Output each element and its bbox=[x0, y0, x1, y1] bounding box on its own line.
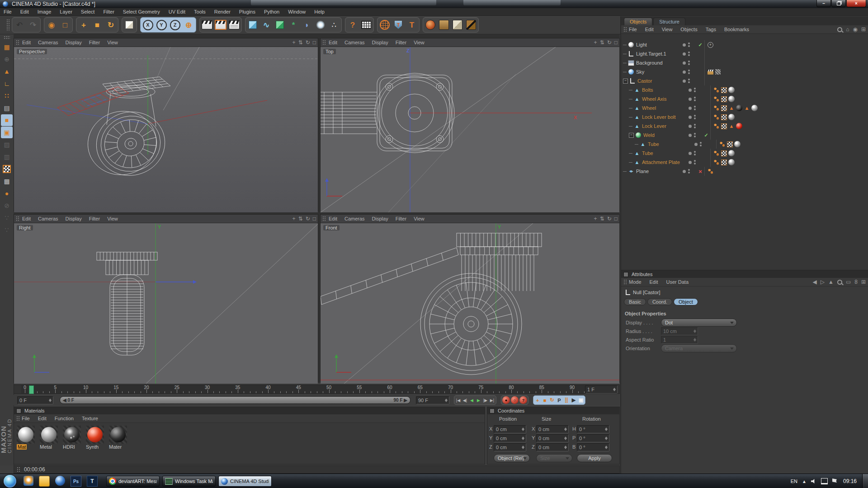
attr-menu-edit[interactable]: Edit bbox=[650, 279, 658, 285]
materials-menu-file[interactable]: File bbox=[22, 416, 30, 421]
zoom-view-icon[interactable]: ⇅ bbox=[298, 40, 303, 45]
tag-mat-black-icon[interactable] bbox=[736, 105, 742, 111]
viewport-menu-filter[interactable]: Filter bbox=[89, 40, 100, 45]
restore-button[interactable] bbox=[831, 0, 846, 7]
render-settings-button[interactable] bbox=[214, 18, 227, 32]
visibility-dots[interactable] bbox=[683, 79, 696, 83]
attr-radius-spinner[interactable]: 10 cm bbox=[661, 327, 698, 335]
range-end-field[interactable]: 90 F bbox=[416, 396, 449, 404]
tag-phong-icon[interactable] bbox=[708, 168, 714, 174]
animation-snapshot-button[interactable]: ▣ bbox=[577, 396, 585, 404]
render-visibility-dots[interactable] bbox=[688, 79, 690, 83]
environment-globe-button[interactable] bbox=[378, 18, 392, 32]
pan-view-icon[interactable]: + bbox=[594, 216, 597, 221]
viewport-menu-display[interactable]: Display bbox=[66, 216, 82, 221]
show-desktop-button[interactable] bbox=[862, 474, 868, 488]
render-visibility-dots[interactable] bbox=[688, 42, 690, 47]
render-visibility-dots[interactable] bbox=[694, 97, 696, 101]
timeline-ruler[interactable]: 051015202530354045505560657075808590 1 F bbox=[14, 385, 620, 394]
network-icon[interactable] bbox=[821, 478, 828, 484]
om-menu-bookmarks[interactable]: Bookmarks bbox=[724, 27, 749, 32]
om-menu-file[interactable]: File bbox=[629, 27, 637, 32]
tree-row-attachment-plate[interactable]: ▲Attachment Plate bbox=[621, 158, 868, 167]
autokeying-button[interactable]: ○ bbox=[511, 396, 519, 404]
material-synth[interactable]: Synth bbox=[86, 426, 106, 450]
task-cinema-4d-studio[interactable]: CINEMA 4D Studio - ... bbox=[218, 476, 272, 487]
editor-visibility-dot[interactable] bbox=[683, 170, 686, 173]
om-menu-tags[interactable]: Tags bbox=[706, 27, 716, 32]
zoom-view-icon[interactable]: ⇅ bbox=[600, 40, 604, 45]
render-visibility-dots[interactable] bbox=[694, 106, 696, 110]
viewport-top-canvas[interactable]: Top Z X bbox=[321, 47, 619, 212]
menu-plugins[interactable]: Plugins bbox=[239, 9, 255, 14]
editor-visibility-dot[interactable] bbox=[689, 116, 692, 119]
add-icon[interactable]: ⊞ bbox=[861, 279, 866, 285]
text-tool-button[interactable]: T bbox=[405, 18, 419, 32]
content-browser-button[interactable] bbox=[359, 18, 373, 32]
menu-file[interactable]: File bbox=[4, 9, 12, 14]
playback-sound-toggle[interactable]: ▶ bbox=[570, 396, 577, 404]
tree-row-wheel[interactable]: ▲Wheel▲▲ bbox=[621, 103, 868, 113]
attr-tab-basic[interactable]: Basic bbox=[624, 298, 646, 305]
viewport-menu-edit[interactable]: Edit bbox=[329, 216, 337, 221]
om-menu-edit[interactable]: Edit bbox=[645, 27, 654, 32]
visibility-dots[interactable] bbox=[689, 97, 702, 101]
tag-mat-red-icon[interactable] bbox=[736, 123, 742, 129]
clock[interactable]: 09:16 bbox=[843, 478, 857, 484]
editor-visibility-dot[interactable] bbox=[689, 98, 692, 101]
visibility-dots[interactable] bbox=[689, 124, 702, 128]
tree-row-lock-lever[interactable]: ▲Lock Lever▲ bbox=[621, 122, 868, 131]
add-modeling-object-button[interactable]: * bbox=[287, 18, 300, 32]
viewport-menu-edit[interactable]: Edit bbox=[22, 216, 31, 221]
undo-button[interactable]: ↶ bbox=[13, 18, 26, 32]
tag-tri-icon[interactable]: ▲ bbox=[728, 105, 735, 111]
key-pla-toggle[interactable]: ⣿ bbox=[563, 396, 570, 404]
layout-panel-button[interactable]: ▦ bbox=[1, 41, 13, 53]
materials-panel-titlebar[interactable]: Materials bbox=[14, 407, 485, 414]
viewport-menu-grip[interactable] bbox=[322, 40, 326, 45]
tray-expand-icon[interactable]: ▲ bbox=[802, 479, 807, 484]
tab-structure[interactable]: Structure bbox=[653, 18, 685, 25]
texture-cube-button[interactable] bbox=[451, 18, 464, 32]
editor-visibility-dot[interactable] bbox=[689, 161, 692, 164]
snap-2d-button[interactable]: ∵ bbox=[1, 224, 13, 236]
background-window[interactable] bbox=[251, 0, 436, 5]
tag-mat-gray-icon[interactable] bbox=[728, 150, 735, 156]
render-visibility-dots[interactable] bbox=[694, 151, 696, 155]
home-icon[interactable]: ⌂ bbox=[846, 27, 849, 32]
editor-visibility-dot[interactable] bbox=[683, 80, 686, 83]
tree-row-castor[interactable]: −Castor bbox=[621, 76, 868, 85]
coord-field-pos-x[interactable]: 0 cm bbox=[494, 425, 526, 433]
rotate-view-icon[interactable]: ↻ bbox=[306, 40, 310, 45]
material-hdri[interactable]: HDRI bbox=[63, 426, 83, 450]
language-indicator[interactable]: EN bbox=[791, 479, 797, 484]
rotate-view-icon[interactable]: ↻ bbox=[607, 40, 612, 45]
render-view-button[interactable] bbox=[200, 18, 214, 32]
next-key-button[interactable]: |▶ bbox=[482, 396, 489, 404]
maximize-view-icon[interactable]: □ bbox=[313, 40, 316, 45]
attr-aspect-ratio-spinner[interactable]: 1 bbox=[661, 336, 698, 344]
visibility-dots[interactable] bbox=[689, 160, 702, 164]
render-visibility-dots[interactable] bbox=[694, 160, 696, 164]
materials-menu-function[interactable]: Function bbox=[55, 416, 74, 421]
model-mode-button[interactable]: ▣ bbox=[1, 127, 13, 138]
om-menu-view[interactable]: View bbox=[662, 27, 673, 32]
tree-row-tube[interactable]: ▲Tube bbox=[621, 140, 868, 149]
play-forward-button[interactable]: ▶ bbox=[475, 396, 482, 404]
background-window[interactable] bbox=[463, 0, 561, 5]
om-menu-objects[interactable]: Objects bbox=[680, 27, 697, 32]
tag-uvw-icon[interactable] bbox=[721, 150, 727, 156]
polygons-mode-button[interactable]: ■ bbox=[1, 114, 13, 126]
texture-rock-button[interactable] bbox=[424, 18, 437, 32]
menu-select-geometry[interactable]: Select Geometry bbox=[123, 9, 160, 14]
editor-visibility-dot[interactable] bbox=[694, 143, 698, 146]
move-tool-button[interactable]: + bbox=[77, 18, 90, 32]
frame-step-field[interactable]: 1 F bbox=[585, 385, 618, 394]
preview-range-slider[interactable]: ◀ 0 F 90 F ▶ bbox=[60, 396, 410, 404]
explorer-icon[interactable] bbox=[39, 476, 50, 487]
live-selection-button[interactable]: ◉ bbox=[45, 18, 58, 32]
tag-target-icon[interactable]: + bbox=[708, 42, 713, 48]
key-rotation-toggle[interactable]: ↻ bbox=[548, 396, 556, 404]
viewport-menu-display[interactable]: Display bbox=[372, 40, 388, 45]
editor-visibility-dot[interactable] bbox=[689, 152, 692, 155]
